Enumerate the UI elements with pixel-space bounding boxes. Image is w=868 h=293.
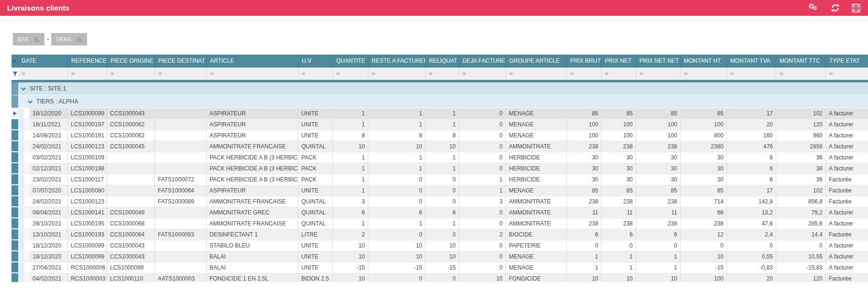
- filter-cell-reste_a_facturer[interactable]: =: [368, 68, 426, 80]
- cell-montant_ttc[interactable]: -15,83: [776, 262, 826, 273]
- cell-prix_net_net[interactable]: 100: [636, 119, 681, 130]
- cell-piece_destination[interactable]: FATS1000064: [155, 185, 207, 196]
- cell-montant_ht[interactable]: 85: [681, 185, 727, 196]
- refresh-icon[interactable]: [830, 3, 840, 13]
- cell-type_etat[interactable]: A facturer: [826, 141, 868, 152]
- cell-uv[interactable]: UNITE: [298, 185, 333, 196]
- cell-uv[interactable]: UNITE: [298, 130, 333, 141]
- cell-montant_ht[interactable]: 30: [681, 152, 727, 163]
- cell-montant_ht[interactable]: 30: [681, 174, 727, 185]
- cell-article[interactable]: AMMONITRATE GREC: [207, 207, 298, 218]
- table-row[interactable]: 02/12/2021LCS1000198PACK HERBICIDE A B (…: [11, 163, 868, 174]
- cell-deja_facture[interactable]: 0: [459, 218, 506, 229]
- filter-cell-reference[interactable]: =: [68, 68, 107, 80]
- cell-groupe_article[interactable]: AMMONITRATE: [506, 196, 567, 207]
- filter-cell-uv[interactable]: =: [298, 68, 333, 80]
- cell-piece_destination[interactable]: FATS1000072: [155, 174, 207, 185]
- cell-article[interactable]: BALAI: [207, 251, 298, 262]
- cell-piece_origine[interactable]: CCS1000062: [107, 119, 155, 130]
- cell-quantite[interactable]: 1: [333, 152, 368, 163]
- cell-article[interactable]: PACK HERBICIDE A B (3 HERBICII: [207, 152, 298, 163]
- cell-prix_net[interactable]: 6: [602, 229, 636, 240]
- cell-reste_a_facturer[interactable]: 10: [368, 141, 426, 152]
- table-row[interactable]: 24/02/2021LCS1000123CCS1000045AMMONITRAT…: [11, 141, 868, 152]
- cell-date[interactable]: 23/02/2021: [30, 174, 68, 185]
- cell-prix_net[interactable]: 100: [602, 130, 636, 141]
- cell-prix_net_net[interactable]: 85: [636, 185, 681, 196]
- cell-article[interactable]: PACK HERBICIDE A B (3 HERBICII: [207, 163, 298, 174]
- cell-montant_ttc[interactable]: 36: [776, 174, 826, 185]
- cell-montant_tva[interactable]: 17: [727, 108, 776, 119]
- cell-article[interactable]: ASPIRATEUR: [207, 130, 298, 141]
- filter-cell-article[interactable]: =: [207, 68, 298, 80]
- cell-piece_destination[interactable]: [155, 108, 207, 119]
- cell-prix_net[interactable]: 85: [602, 108, 636, 119]
- cell-uv[interactable]: UNITE: [298, 240, 333, 251]
- cell-montant_tva[interactable]: 13,2: [727, 207, 776, 218]
- cell-type_etat[interactable]: A facturer: [826, 152, 868, 163]
- cell-piece_origine[interactable]: CCS1000064: [107, 229, 155, 240]
- cell-prix_net[interactable]: 238: [602, 196, 636, 207]
- cell-prix_net[interactable]: 238: [602, 141, 636, 152]
- cell-uv[interactable]: QUINTAL: [298, 207, 333, 218]
- cell-prix_brut[interactable]: 6: [567, 229, 602, 240]
- cell-reste_a_facturer[interactable]: 1: [368, 119, 426, 130]
- cell-reste_a_facturer[interactable]: 8: [368, 130, 426, 141]
- cell-article[interactable]: AMMONITRATE FRANCAISE: [207, 218, 298, 229]
- cell-montant_ht[interactable]: 100: [681, 273, 727, 282]
- sort-asc-icon[interactable]: [34, 37, 40, 42]
- cell-montant_ttc[interactable]: 0: [776, 240, 826, 251]
- cell-quantite[interactable]: 6: [333, 207, 368, 218]
- cell-montant_tva[interactable]: 0,55: [727, 251, 776, 262]
- cell-reste_a_facturer[interactable]: 10: [368, 240, 426, 251]
- cell-date[interactable]: 02/12/2021: [30, 163, 68, 174]
- cell-prix_brut[interactable]: 85: [567, 108, 602, 119]
- cell-reference[interactable]: LCS1000109: [68, 152, 107, 163]
- cell-quantite[interactable]: 10: [333, 240, 368, 251]
- cell-piece_destination[interactable]: [155, 119, 207, 130]
- cell-quantite[interactable]: 1: [333, 163, 368, 174]
- column-header-type_etat[interactable]: TYPE ETAT: [826, 55, 868, 68]
- cell-piece_origine[interactable]: [107, 174, 155, 185]
- cell-prix_brut[interactable]: 1: [567, 251, 602, 262]
- cell-quantite[interactable]: 8: [333, 130, 368, 141]
- cell-montant_ttc[interactable]: 102: [776, 185, 826, 196]
- cell-piece_origine[interactable]: CCS1000068: [107, 218, 155, 229]
- cell-montant_tva[interactable]: 6: [727, 174, 776, 185]
- cell-prix_brut[interactable]: 10: [567, 273, 602, 282]
- cell-prix_net[interactable]: 10: [602, 273, 636, 282]
- cell-groupe_article[interactable]: MENAGE: [506, 251, 567, 262]
- group-chip-site[interactable]: SITE: [13, 33, 44, 45]
- table-row[interactable]: 18/12/2020LCS1000099CCS1000043STABILO BL…: [11, 240, 868, 251]
- cell-prix_net_net[interactable]: 30: [636, 152, 681, 163]
- cell-prix_net[interactable]: 1: [602, 262, 636, 273]
- cell-type_etat[interactable]: A facturer: [826, 240, 868, 251]
- cell-prix_brut[interactable]: 30: [567, 163, 602, 174]
- cell-type_etat[interactable]: A facturer: [826, 262, 868, 273]
- cell-piece_origine[interactable]: [107, 152, 155, 163]
- cell-reference[interactable]: LCS1000191: [68, 130, 107, 141]
- cell-uv[interactable]: LITRE: [298, 229, 333, 240]
- cell-montant_ttc[interactable]: 120: [776, 273, 826, 282]
- table-row[interactable]: 13/10/2021LCS1000193CCS1000064FATS100009…: [11, 229, 868, 240]
- cell-montant_tva[interactable]: 160: [727, 130, 776, 141]
- cell-uv[interactable]: BIDON 2,5: [298, 273, 333, 282]
- cell-date[interactable]: 07/07/2020: [30, 185, 68, 196]
- cell-montant_tva[interactable]: 142,8: [727, 196, 776, 207]
- cell-type_etat[interactable]: Facturée: [826, 185, 868, 196]
- cell-deja_facture[interactable]: 1: [459, 185, 506, 196]
- cell-article[interactable]: ASPIRATEUR: [207, 108, 298, 119]
- cell-prix_net_net[interactable]: 85: [636, 108, 681, 119]
- cell-groupe_article[interactable]: MENAGE: [506, 185, 567, 196]
- cell-reliquat[interactable]: 1: [426, 218, 459, 229]
- cell-type_etat[interactable]: A facturer: [826, 251, 868, 262]
- cell-quantite[interactable]: 1: [333, 218, 368, 229]
- cell-quantite[interactable]: 1: [333, 119, 368, 130]
- cell-reste_a_facturer[interactable]: 6: [368, 207, 426, 218]
- cell-uv[interactable]: PACK: [298, 152, 333, 163]
- cell-montant_ttc[interactable]: 36: [776, 152, 826, 163]
- cell-reference[interactable]: LCS1000197: [68, 119, 107, 130]
- cell-reste_a_facturer[interactable]: 0: [368, 174, 426, 185]
- cell-deja_facture[interactable]: 0: [459, 163, 506, 174]
- cell-prix_brut[interactable]: 100: [567, 130, 602, 141]
